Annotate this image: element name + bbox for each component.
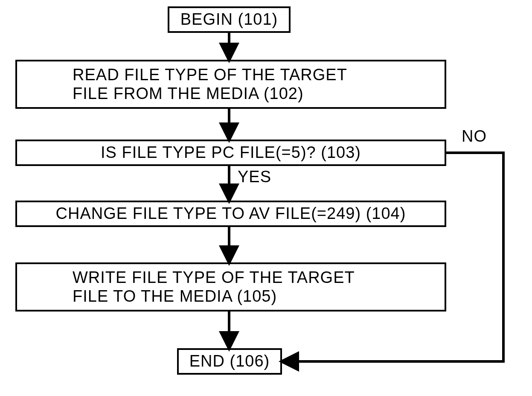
- flowchart-canvas: BEGIN (101) READ FILE TYPE OF THE TARGET…: [0, 0, 532, 396]
- node-end-text: END (106): [189, 352, 270, 371]
- edge-check-end-no: [284, 153, 503, 361]
- node-write: WRITE FILE TYPE OF THE TARGET FILE TO TH…: [15, 262, 446, 312]
- node-write-text: WRITE FILE TYPE OF THE TARGET FILE TO TH…: [73, 268, 355, 306]
- node-read: READ FILE TYPE OF THE TARGET FILE FROM T…: [15, 60, 446, 109]
- node-change-text: CHANGE FILE TYPE TO AV FILE(=249) (104): [56, 204, 406, 223]
- node-end: END (106): [177, 348, 282, 375]
- node-check-text: IS FILE TYPE PC FILE(=5)? (103): [101, 143, 361, 162]
- node-read-text: READ FILE TYPE OF THE TARGET FILE FROM T…: [73, 66, 347, 103]
- node-begin-text: BEGIN (101): [180, 10, 278, 29]
- node-begin: BEGIN (101): [168, 6, 291, 33]
- node-change: CHANGE FILE TYPE TO AV FILE(=249) (104): [15, 201, 446, 227]
- branch-no-label: NO: [462, 127, 487, 146]
- node-check: IS FILE TYPE PC FILE(=5)? (103): [15, 140, 446, 166]
- branch-yes-label: YES: [238, 168, 271, 186]
